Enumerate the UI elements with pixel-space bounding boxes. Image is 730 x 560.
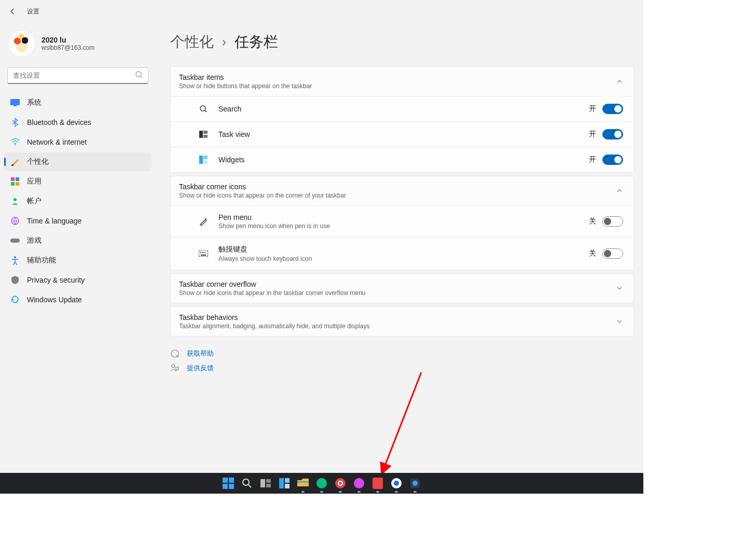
help-feedback-link[interactable]: 提供反馈 (187, 363, 214, 373)
section-title: Taskbar items (179, 73, 312, 81)
taskbar-widgets-icon[interactable] (277, 476, 292, 491)
svg-point-13 (200, 106, 205, 111)
svg-rect-30 (223, 484, 228, 489)
section-title: Taskbar behaviors (179, 313, 370, 321)
taskbar[interactable] (0, 473, 643, 494)
toggle-touch-keyboard[interactable] (602, 248, 623, 259)
row-pen-menu: Pen menu Show pen menu icon when pen is … (171, 205, 633, 237)
nav-label: 辅助功能 (27, 256, 56, 265)
nav-gaming[interactable]: 游戏 (4, 231, 151, 250)
taskbar-app-icon[interactable] (370, 476, 385, 491)
breadcrumb-parent[interactable]: 个性化 (170, 32, 214, 52)
card-taskbar-items: Taskbar items Show or hide buttons that … (170, 66, 634, 173)
svg-rect-1 (10, 99, 20, 105)
toggle-state: 关 (589, 249, 596, 258)
card-behaviors[interactable]: Taskbar behaviors Taskbar alignment, bad… (170, 306, 634, 337)
nav-apps[interactable]: 应用 (4, 172, 151, 191)
toggle-taskview[interactable] (602, 129, 623, 139)
svg-rect-4 (11, 164, 13, 166)
taskbar-start-icon[interactable] (221, 476, 236, 491)
svg-rect-7 (11, 182, 15, 186)
globe-icon (10, 216, 20, 226)
toggle-pen-menu[interactable] (602, 216, 623, 227)
update-icon (10, 295, 20, 304)
bluetooth-icon (10, 118, 20, 127)
svg-rect-31 (229, 484, 234, 489)
nav-windows-update[interactable]: Windows Update (4, 290, 151, 309)
svg-rect-38 (285, 484, 290, 488)
svg-point-43 (339, 482, 342, 485)
profile-name: 2020 lu (42, 36, 94, 44)
toggle-search[interactable] (602, 104, 623, 114)
row-widgets: Widgets 开 (171, 147, 633, 172)
svg-point-49 (412, 481, 418, 486)
nav-privacy[interactable]: Privacy & security (4, 271, 151, 289)
nav-personalization[interactable]: 个性化 (4, 152, 151, 171)
sidebar: 2020 lu wslbb87@163.com 系统 (0, 23, 156, 473)
help-feedback[interactable]: 提供反馈 (170, 363, 634, 373)
profile-block[interactable]: 2020 lu wslbb87@163.com (2, 26, 154, 66)
pen-icon (199, 217, 208, 226)
help-get-link[interactable]: 获取帮助 (187, 349, 214, 358)
search-input[interactable] (7, 67, 148, 84)
row-sublabel: Always show touch keyboard icon (218, 255, 312, 262)
svg-rect-19 (203, 160, 208, 164)
nav-accessibility[interactable]: 辅助功能 (4, 251, 151, 270)
svg-rect-34 (266, 479, 271, 483)
nav-system[interactable]: 系统 (4, 93, 151, 112)
section-subtitle: Show or hide buttons that appear on the … (179, 82, 312, 90)
section-header-corner-icons[interactable]: Taskbar corner icons Show or hide icons … (171, 176, 633, 205)
taskbar-chrome-icon[interactable] (333, 476, 348, 491)
svg-rect-35 (266, 484, 271, 487)
svg-point-44 (354, 478, 364, 488)
app-body: 2020 lu wslbb87@163.com 系统 (0, 23, 643, 473)
nav-time-language[interactable]: Time & language (4, 212, 151, 230)
back-button[interactable] (4, 3, 21, 20)
nav-network[interactable]: Network & internet (4, 133, 151, 151)
taskbar-explorer-icon[interactable] (296, 476, 310, 491)
profile-email: wslbb87@163.com (42, 44, 94, 51)
section-header-taskbar-items[interactable]: Taskbar items Show or hide buttons that … (171, 67, 633, 96)
toggle-state: 关 (589, 217, 596, 226)
taskbar-app-icon[interactable] (352, 476, 366, 491)
svg-rect-21 (200, 252, 201, 253)
nav-label: 个性化 (27, 157, 49, 166)
svg-point-47 (394, 481, 399, 486)
chevron-down-icon (616, 285, 623, 292)
monitor-icon (10, 98, 20, 107)
svg-point-0 (136, 72, 141, 77)
svg-point-26 (172, 365, 175, 368)
taskbar-app-icon[interactable] (389, 476, 404, 491)
row-label: Pen menu (218, 213, 330, 221)
section-title: Taskbar corner overflow (179, 280, 366, 288)
svg-rect-36 (279, 478, 284, 488)
svg-rect-17 (199, 156, 203, 164)
nav-account[interactable]: 帐户 (4, 192, 151, 211)
row-label: Task view (218, 130, 250, 138)
toggle-widgets[interactable] (602, 155, 623, 165)
svg-rect-28 (223, 478, 228, 483)
section-subtitle: Taskbar alignment, badging, automaticall… (179, 323, 370, 330)
svg-point-12 (14, 256, 16, 258)
taskbar-app-icon[interactable] (408, 476, 422, 491)
row-search: Search 开 (171, 96, 633, 121)
outside-area-bottom (0, 494, 643, 560)
settings-window: 设置 2020 lu wslbb87@163.com (0, 0, 643, 473)
section-subtitle: Show or hide icons that appear in the ta… (179, 289, 366, 297)
arrow-left-icon (8, 7, 17, 16)
svg-point-32 (243, 479, 249, 485)
card-overflow[interactable]: Taskbar corner overflow Show or hide ico… (170, 273, 634, 303)
svg-point-40 (316, 478, 327, 488)
svg-rect-45 (373, 478, 383, 489)
nav-bluetooth[interactable]: Bluetooth & devices (4, 113, 151, 132)
help-links: 获取帮助 提供反馈 (170, 340, 634, 373)
svg-rect-14 (199, 131, 203, 138)
nav-label: Bluetooth & devices (27, 118, 91, 127)
svg-rect-39 (297, 481, 309, 483)
help-get[interactable]: 获取帮助 (170, 349, 634, 358)
taskbar-app-icon[interactable] (314, 476, 329, 491)
taskbar-search-icon[interactable] (240, 476, 254, 491)
svg-point-3 (15, 144, 16, 145)
row-taskview: Task view 开 (171, 121, 633, 147)
taskbar-taskview-icon[interactable] (258, 476, 273, 491)
